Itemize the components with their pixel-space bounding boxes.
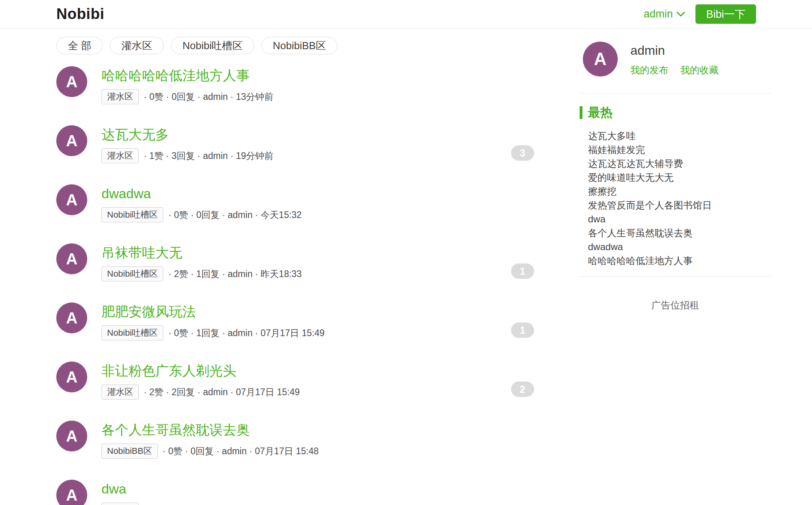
hot-list-item[interactable]: 爱的味道哇大无大无 (588, 170, 771, 184)
header-actions: admin Bibi一下 (643, 4, 756, 24)
avatar[interactable]: A (56, 125, 87, 156)
profile-avatar[interactable]: A (583, 42, 618, 77)
post-row: A 各个人生哥虽然耽误去奥 NobibiBB区 · 0赞 · 0回复 · adm… (56, 419, 540, 478)
post-meta: 灌水区 · 0赞 · 0回复 · admin · 07月17日 15:48 (102, 503, 300, 505)
post-meta: 灌水区 · 1赞 · 3回复 · admin · 19分钟前 (102, 148, 274, 163)
hot-accent-bar (580, 106, 582, 119)
post-meta: Nobibi吐槽区 · 2赞 · 1回复 · admin · 昨天18:33 (102, 266, 302, 281)
hot-list-item[interactable]: 福娃福娃发完 (588, 143, 771, 157)
my-favorites-link[interactable]: 我的收藏 (680, 64, 718, 77)
post-body: dwadwa Nobibi吐槽区 · 0赞 · 0回复 · admin · 今天… (102, 182, 302, 222)
ad-placeholder: 广告位招租 (580, 299, 771, 312)
reply-count-badge: 2 (511, 381, 534, 397)
post-meta-text: · 0赞 · 0回复 · admin · 13分钟前 (141, 91, 274, 103)
post-title[interactable]: 吊袜带哇大无 (102, 244, 302, 261)
hot-list: 达瓦大多哇 福娃福娃发完 达瓦达瓦达瓦大辅导费 爱的味道哇大无大无 擦擦挖 发热… (580, 129, 771, 268)
category-badge[interactable]: 灌水区 (102, 384, 139, 400)
avatar[interactable]: A (56, 184, 87, 215)
post-row: A 吊袜带哇大无 Nobibi吐槽区 · 2赞 · 1回复 · admin · … (56, 241, 540, 300)
post-title[interactable]: dwadwa (102, 185, 302, 202)
avatar[interactable]: A (56, 421, 87, 451)
avatar[interactable]: A (56, 302, 87, 333)
post-body: 非让粉色广东人剃光头 灌水区 · 2赞 · 2回复 · admin · 07月1… (102, 360, 300, 400)
user-menu-label: admin (643, 8, 673, 20)
post-title[interactable]: 达瓦大无多 (102, 126, 274, 143)
post-body: 达瓦大无多 灌水区 · 1赞 · 3回复 · admin · 19分钟前 (102, 123, 274, 163)
post-meta: 灌水区 · 0赞 · 0回复 · admin · 13分钟前 (102, 89, 274, 104)
reply-count-badge: 3 (511, 145, 534, 161)
filter-pill[interactable]: Nobibi吐槽区 (171, 37, 254, 54)
post-row: A 肥肥安微风玩法 Nobibi吐槽区 · 0赞 · 1回复 · admin ·… (56, 300, 540, 360)
sidebar-divider (580, 93, 771, 94)
post-body: dwa 灌水区 · 0赞 · 0回复 · admin · 07月17日 15:4… (102, 478, 300, 505)
user-menu[interactable]: admin (643, 8, 685, 20)
reply-count-badge: 1 (511, 322, 534, 338)
post-title[interactable]: 哈哈哈哈哈低洼地方人事 (102, 67, 274, 84)
post-meta-text: · 2赞 · 1回复 · admin · 昨天18:33 (166, 268, 302, 280)
filter-pill[interactable]: 灌水区 (110, 37, 164, 54)
avatar[interactable]: A (56, 243, 87, 274)
post-meta: 灌水区 · 2赞 · 2回复 · admin · 07月17日 15:49 (102, 384, 300, 400)
post-body: 各个人生哥虽然耽误去奥 NobibiBB区 · 0赞 · 0回复 · admin… (102, 419, 319, 459)
avatar[interactable]: A (56, 66, 87, 97)
post-list: A 哈哈哈哈哈低洼地方人事 灌水区 · 0赞 · 0回复 · admin · 1… (56, 64, 540, 505)
hot-list-item[interactable]: dwadwa (588, 240, 771, 254)
post-row: A 非让粉色广东人剃光头 灌水区 · 2赞 · 2回复 · admin · 07… (56, 360, 540, 419)
header: Nobibi admin Bibi一下 (0, 0, 812, 29)
category-badge[interactable]: Nobibi吐槽区 (102, 207, 163, 222)
post-row: A 达瓦大无多 灌水区 · 1赞 · 3回复 · admin · 19分钟前 3 (56, 123, 540, 182)
post-title[interactable]: 肥肥安微风玩法 (102, 303, 324, 320)
profile-name: admin (630, 43, 718, 58)
avatar[interactable]: A (56, 362, 87, 392)
hot-list-item[interactable]: 各个人生哥虽然耽误去奥 (588, 226, 771, 240)
post-title[interactable]: 非让粉色广东人剃光头 (102, 362, 300, 379)
post-meta: NobibiBB区 · 0赞 · 0回复 · admin · 07月17日 15… (102, 444, 319, 459)
new-post-button[interactable]: Bibi一下 (695, 4, 756, 24)
hot-list-item[interactable]: 达瓦大多哇 (588, 129, 771, 143)
post-meta-text: · 0赞 · 0回复 · admin · 今天15:32 (166, 209, 302, 221)
post-body: 吊袜带哇大无 Nobibi吐槽区 · 2赞 · 1回复 · admin · 昨天… (102, 241, 302, 281)
chevron-down-icon (676, 11, 685, 17)
post-meta-text: · 1赞 · 3回复 · admin · 19分钟前 (141, 150, 274, 162)
hot-list-item[interactable]: dwa (588, 212, 771, 226)
post-meta-text: · 0赞 · 1回复 · admin · 07月17日 15:49 (166, 327, 324, 339)
post-title[interactable]: dwa (102, 480, 300, 497)
profile-info: admin 我的发布 我的收藏 (630, 42, 718, 77)
hot-list-item[interactable]: 发热管反而是个人各图书馆日 (588, 198, 771, 212)
post-body: 哈哈哈哈哈低洼地方人事 灌水区 · 0赞 · 0回复 · admin · 13分… (102, 64, 274, 104)
category-badge[interactable]: Nobibi吐槽区 (102, 325, 163, 340)
hot-section-header: 最热 (580, 104, 771, 121)
post-meta-text: · 2赞 · 2回复 · admin · 07月17日 15:49 (141, 386, 300, 398)
sidebar-divider (580, 276, 771, 277)
filter-pill[interactable]: 全 部 (56, 37, 103, 54)
post-title[interactable]: 各个人生哥虽然耽误去奥 (102, 421, 319, 438)
hot-list-item[interactable]: 达瓦达瓦达瓦大辅导费 (588, 157, 771, 170)
category-badge[interactable]: 灌水区 (102, 148, 139, 163)
category-badge[interactable]: 灌水区 (102, 89, 139, 104)
page: Nobibi admin Bibi一下 全 部 灌水区 Nobibi吐槽区 No… (0, 0, 812, 505)
profile-links: 我的发布 我的收藏 (630, 64, 718, 77)
sidebar: A admin 我的发布 我的收藏 最热 达瓦大多哇 福娃福娃发完 达瓦达瓦达瓦… (580, 42, 771, 312)
post-body: 肥肥安微风玩法 Nobibi吐槽区 · 0赞 · 1回复 · admin · 0… (102, 300, 324, 340)
category-badge[interactable]: NobibiBB区 (102, 444, 158, 459)
post-row: A 哈哈哈哈哈低洼地方人事 灌水区 · 0赞 · 0回复 · admin · 1… (56, 64, 540, 123)
hot-list-item[interactable]: 擦擦挖 (588, 184, 771, 198)
profile-card: A admin 我的发布 我的收藏 (580, 42, 771, 77)
my-posts-link[interactable]: 我的发布 (630, 64, 668, 77)
site-logo[interactable]: Nobibi (56, 6, 104, 23)
category-filters: 全 部 灌水区 Nobibi吐槽区 NobibiBB区 (56, 37, 337, 54)
category-badge[interactable]: 灌水区 (102, 503, 139, 505)
filter-pill[interactable]: NobibiBB区 (261, 37, 337, 54)
post-row: A dwadwa Nobibi吐槽区 · 0赞 · 0回复 · admin · … (56, 182, 540, 241)
category-badge[interactable]: Nobibi吐槽区 (102, 266, 163, 281)
hot-list-item[interactable]: 哈哈哈哈哈低洼地方人事 (588, 254, 771, 268)
reply-count-badge: 1 (511, 263, 534, 279)
post-row: A dwa 灌水区 · 0赞 · 0回复 · admin · 07月17日 15… (56, 478, 540, 505)
avatar[interactable]: A (56, 480, 87, 505)
post-meta: Nobibi吐槽区 · 0赞 · 1回复 · admin · 07月17日 15… (102, 325, 324, 340)
post-meta-text: · 0赞 · 0回复 · admin · 07月17日 15:48 (160, 445, 319, 457)
post-meta: Nobibi吐槽区 · 0赞 · 0回复 · admin · 今天15:32 (102, 207, 302, 222)
hot-section-title: 最热 (588, 104, 613, 121)
